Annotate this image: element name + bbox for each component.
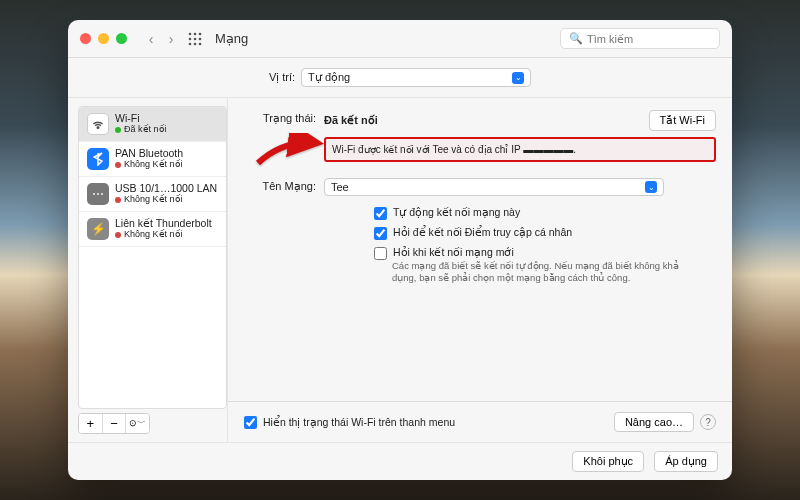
dropdown-caret-icon: ⌄: [645, 181, 657, 193]
dropdown-caret-icon: ⌄: [512, 72, 524, 84]
svg-point-0: [189, 32, 192, 35]
svg-point-4: [194, 37, 197, 40]
network-prefs-window: ‹ › Mạng 🔍 Vị trí: Tự động ⌄: [68, 20, 732, 480]
show-in-menubar-checkbox[interactable]: [244, 416, 257, 429]
sidebar-item-wifi[interactable]: Wi-Fi Đã kết nối: [79, 107, 226, 142]
sidebar-item-usb-lan[interactable]: ⋯ USB 10/1…1000 LAN Không Kết nối: [79, 177, 226, 212]
status-value: Đã kết nối: [324, 114, 378, 127]
svg-point-5: [199, 37, 202, 40]
connection-status: Không Kết nối: [124, 160, 183, 170]
back-button[interactable]: ‹: [143, 31, 159, 47]
ask-new-help-text: Các mạng đã biết sẽ kết nối tự động. Nếu…: [392, 260, 692, 284]
svg-point-3: [189, 37, 192, 40]
svg-point-8: [199, 42, 202, 45]
traffic-lights: [80, 33, 127, 44]
network-name-label: Tên Mạng:: [244, 178, 316, 193]
connection-list: Wi-Fi Đã kết nối PAN Bluetooth Không Kết…: [78, 106, 227, 409]
sidebar: Wi-Fi Đã kết nối PAN Bluetooth Không Kết…: [68, 98, 228, 442]
nav-buttons: ‹ ›: [143, 31, 179, 47]
annotation-arrow-icon: [254, 133, 326, 172]
ethernet-icon: ⋯: [87, 183, 109, 205]
advanced-button[interactable]: Nâng cao…: [614, 412, 694, 432]
search-input[interactable]: [587, 33, 711, 45]
wifi-icon: [87, 113, 109, 135]
body: Wi-Fi Đã kết nối PAN Bluetooth Không Kết…: [68, 98, 732, 442]
ask-hotspot-checkbox[interactable]: Hỏi để kết nối Điểm truy cập cá nhân: [374, 226, 716, 240]
sidebar-item-bluetooth[interactable]: PAN Bluetooth Không Kết nối: [79, 142, 226, 177]
zoom-icon[interactable]: [116, 33, 127, 44]
status-dot-icon: [115, 232, 121, 238]
footer: Khôi phục Áp dụng: [68, 442, 732, 480]
turn-off-wifi-button[interactable]: Tắt Wi-Fi: [649, 110, 716, 131]
svg-point-2: [199, 32, 202, 35]
options-group: Tự động kết nối mạng này Hỏi để kết nối …: [374, 206, 716, 284]
connection-detail-text: Wi-Fi được kết nối với Tee và có địa chỉ…: [332, 144, 576, 155]
auto-join-checkbox[interactable]: Tự động kết nối mạng này: [374, 206, 716, 220]
svg-point-7: [194, 42, 197, 45]
svg-point-1: [194, 32, 197, 35]
network-name-value: Tee: [331, 181, 349, 193]
connection-status: Không Kết nối: [124, 230, 183, 240]
location-label: Vị trí:: [269, 71, 295, 84]
location-row: Vị trí: Tự động ⌄: [68, 58, 732, 98]
thunderbolt-icon: ⚡: [87, 218, 109, 240]
close-icon[interactable]: [80, 33, 91, 44]
svg-point-6: [189, 42, 192, 45]
status-dot-icon: [115, 197, 121, 203]
highlighted-status-detail: Wi-Fi được kết nối với Tee và có địa chỉ…: [324, 137, 716, 162]
connection-status: Đã kết nối: [124, 125, 167, 135]
add-connection-button[interactable]: +: [79, 414, 103, 433]
remove-connection-button[interactable]: −: [103, 414, 127, 433]
network-name-select[interactable]: Tee ⌄: [324, 178, 664, 196]
bluetooth-icon: [87, 148, 109, 170]
svg-point-9: [97, 127, 99, 129]
apply-button[interactable]: Áp dụng: [654, 451, 718, 472]
connection-status: Không Kết nối: [124, 195, 183, 205]
search-field[interactable]: 🔍: [560, 28, 720, 49]
window-title: Mạng: [215, 31, 248, 46]
help-icon[interactable]: ?: [700, 414, 716, 430]
location-select[interactable]: Tự động ⌄: [301, 68, 531, 87]
revert-button[interactable]: Khôi phục: [572, 451, 644, 472]
sidebar-footer: + − ⊙﹀: [78, 413, 150, 434]
more-options-button[interactable]: ⊙﹀: [126, 414, 149, 433]
status-dot-icon: [115, 162, 121, 168]
sidebar-item-thunderbolt[interactable]: ⚡ Liên kết Thunderbolt Không Kết nối: [79, 212, 226, 247]
status-label: Trạng thái:: [244, 110, 316, 125]
main-panel: Trạng thái: Đã kết nối Tắt Wi-Fi Wi-Fi đ…: [228, 98, 732, 442]
status-dot-icon: [115, 127, 121, 133]
search-icon: 🔍: [569, 32, 583, 45]
divider: [228, 401, 732, 402]
titlebar: ‹ › Mạng 🔍: [68, 20, 732, 58]
ask-new-network-checkbox[interactable]: Hỏi khi kết nối mạng mới: [374, 246, 716, 260]
location-value: Tự động: [308, 71, 350, 84]
forward-button[interactable]: ›: [163, 31, 179, 47]
minimize-icon[interactable]: [98, 33, 109, 44]
show-in-menubar-label: Hiển thị trạng thái Wi-Fi trên thanh men…: [263, 416, 455, 428]
show-all-icon[interactable]: [187, 31, 203, 47]
